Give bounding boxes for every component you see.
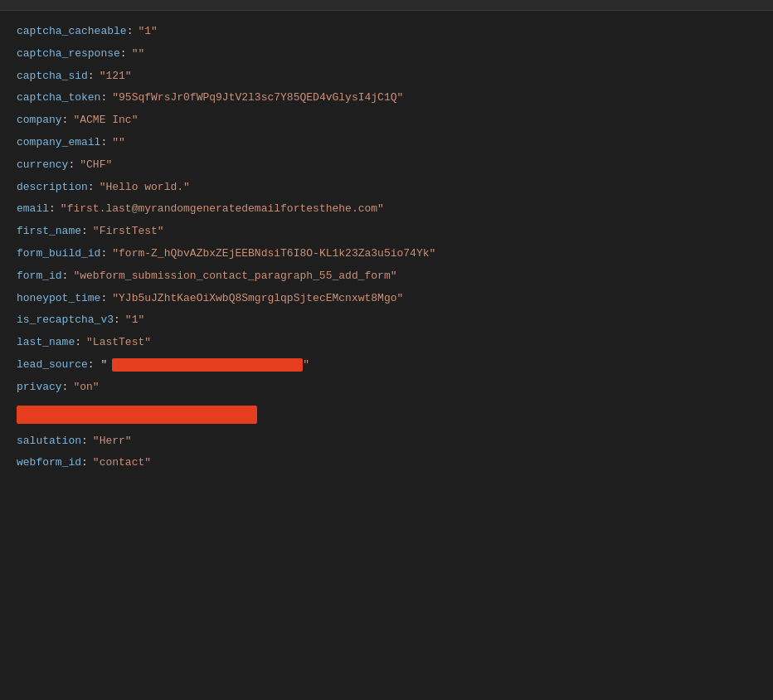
json-colon: : [81, 455, 88, 472]
redacted-block-row [17, 399, 773, 430]
json-colon: : [100, 245, 107, 263]
json-value: "1" [125, 312, 144, 329]
json-value: "on" [73, 379, 99, 396]
json-row: captcha_sid: "121" [17, 66, 773, 88]
json-key: captcha_cacheable [17, 23, 127, 41]
json-row: company_email: "" [17, 132, 773, 154]
json-key: company_email [17, 134, 100, 152]
json-colon: : [62, 112, 69, 129]
json-value: "" [132, 46, 145, 63]
json-key: currency [17, 157, 68, 174]
json-colon: : [62, 268, 69, 285]
json-value: "LastTest" [86, 334, 151, 352]
json-value: "YJb5uJZhtKaeOiXwbQ8SmgrglqpSjtecEMcnxwt… [112, 290, 403, 308]
json-row: form_build_id: "form-Z_hQbvAZbxZEjEEBNds… [17, 243, 773, 265]
json-row: lead_source: "" [17, 354, 773, 377]
json-key: captcha_sid [17, 68, 88, 85]
json-key: first_name [17, 223, 81, 241]
json-row: captcha_token: "95SqfWrsJr0fWPq9JtV2l3sc… [17, 87, 773, 109]
json-key: honeypot_time [17, 290, 100, 308]
json-row: salutation: "Herr" [17, 430, 773, 453]
json-colon: : [81, 433, 88, 450]
json-key: privacy [17, 379, 62, 396]
json-key: salutation [17, 433, 81, 450]
json-colon: : [100, 134, 107, 152]
json-key: last_name [17, 334, 75, 352]
panel: captcha_cacheable: "1"captcha_response: … [0, 0, 773, 484]
json-row: webform_id: "contact" [17, 452, 773, 474]
json-colon: : [114, 312, 120, 329]
json-row: is_recaptcha_v3: "1" [17, 309, 773, 332]
panel-header [0, 0, 773, 11]
json-key: form_id [17, 268, 62, 285]
json-colon: : [100, 90, 107, 107]
json-colon: : [49, 201, 56, 218]
json-key: company [17, 112, 62, 129]
redacted-block [17, 406, 257, 424]
json-colon: : [75, 334, 81, 352]
json-value: "1" [138, 23, 157, 41]
json-value: "webform_submission_contact_paragraph_55… [73, 268, 396, 285]
json-key: description [17, 179, 88, 197]
json-value: "ACME Inc" [73, 112, 138, 129]
json-value: "contact" [93, 455, 151, 472]
json-row: form_id: "webform_submission_contact_par… [17, 265, 773, 288]
json-colon: : [120, 46, 127, 63]
json-colon: : [68, 157, 75, 174]
json-row: first_name: "FirstTest" [17, 221, 773, 243]
json-value: "Hello world." [100, 179, 190, 197]
json-colon: : [88, 179, 95, 197]
json-close-quote: " [303, 357, 309, 374]
json-row: honeypot_time: "YJb5uJZhtKaeOiXwbQ8Smgrg… [17, 288, 773, 310]
json-row: captcha_cacheable: "1" [17, 21, 773, 43]
json-value: "form-Z_hQbvAZbxZEjEEBNdsiT6I8O-KL1k23Za… [112, 245, 435, 263]
json-content: captcha_cacheable: "1"captcha_response: … [0, 11, 773, 484]
json-key: is_recaptcha_v3 [17, 312, 114, 329]
json-key: lead_source [17, 357, 88, 374]
json-value: "FirstTest" [93, 223, 164, 241]
json-value: "first.last@myrandomgeneratedemailfortes… [61, 201, 384, 218]
json-key: captcha_response [17, 46, 120, 63]
json-value: "Herr" [93, 433, 132, 450]
json-row: privacy: "on" [17, 377, 773, 399]
json-value: "121" [100, 68, 132, 85]
json-colon: : [100, 290, 107, 308]
json-value: "CHF" [80, 157, 112, 174]
json-key: email [17, 201, 49, 218]
json-colon: : [62, 379, 69, 396]
json-value: "95SqfWrsJr0fWPq9JtV2l3sc7Y85QED4vGlysI4… [112, 90, 403, 107]
json-key: captcha_token [17, 90, 100, 107]
json-row: description: "Hello world." [17, 177, 773, 199]
json-colon: : [88, 68, 95, 85]
json-colon: : [81, 223, 88, 241]
json-key: form_build_id [17, 245, 100, 263]
json-row: captcha_response: "" [17, 43, 773, 66]
redacted-value [112, 358, 303, 372]
json-row: company: "ACME Inc" [17, 109, 773, 132]
json-colon: : " [88, 357, 107, 374]
json-key: webform_id [17, 455, 81, 472]
json-colon: : [127, 23, 134, 41]
json-row: last_name: "LastTest" [17, 332, 773, 354]
json-row: currency: "CHF" [17, 154, 773, 177]
json-row: email: "first.last@myrandomgeneratedemai… [17, 198, 773, 221]
json-value: "" [112, 134, 125, 152]
